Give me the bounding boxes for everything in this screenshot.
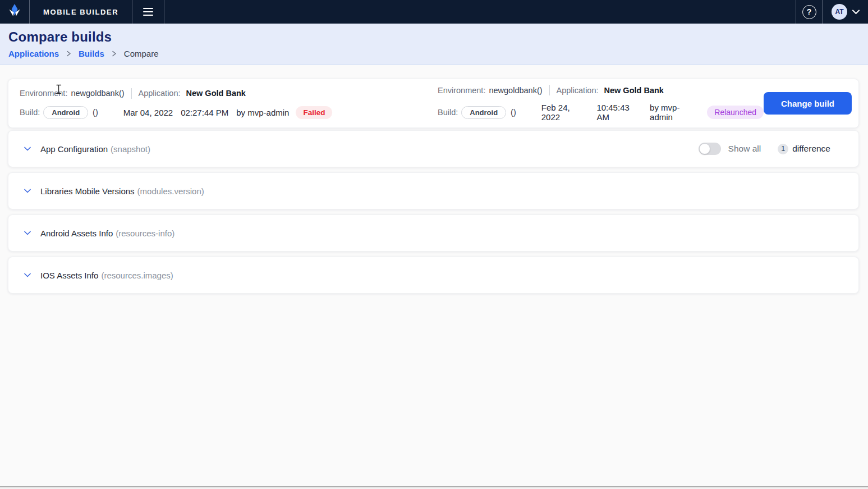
section-subtitle: (resources-info) bbox=[116, 228, 174, 238]
chevron-down-icon[interactable] bbox=[22, 143, 33, 154]
build-info-left: Environment: newgoldbank() Application: … bbox=[20, 88, 438, 119]
build-version: () bbox=[511, 108, 516, 117]
chevron-down-icon[interactable] bbox=[852, 9, 860, 15]
section-subtitle: (resources.images) bbox=[101, 271, 173, 280]
environment-value: newgoldbank() bbox=[489, 86, 542, 95]
difference-indicator: 1 difference bbox=[778, 144, 830, 154]
breadcrumb-compare: Compare bbox=[124, 49, 159, 58]
platform-badge: Android bbox=[43, 106, 88, 119]
section-ios-assets-info[interactable]: IOS Assets Info (resources.images) bbox=[8, 257, 859, 294]
application-label: Application: bbox=[139, 89, 181, 98]
status-badge-relaunched: Relaunched bbox=[707, 106, 764, 119]
section-subtitle: (snapshot) bbox=[111, 144, 150, 154]
breadcrumb-builds[interactable]: Builds bbox=[79, 49, 104, 58]
show-all-toggle[interactable] bbox=[699, 143, 721, 155]
toggle-knob[interactable] bbox=[699, 143, 710, 154]
section-title: App Configuration bbox=[40, 144, 108, 154]
breadcrumb: Applications Builds Compare bbox=[8, 49, 860, 58]
page-title: Compare builds bbox=[8, 29, 860, 45]
build-time: 02:27:44 PM bbox=[181, 108, 228, 117]
logo-icon bbox=[7, 3, 22, 20]
show-all-label: Show all bbox=[728, 144, 761, 154]
platform-badge: Android bbox=[461, 106, 506, 119]
application-value: New Gold Bank bbox=[604, 86, 664, 95]
window-bottom-edge bbox=[0, 486, 868, 489]
section-libraries-mobile-versions[interactable]: Libraries Mobile Versions (modules.versi… bbox=[8, 172, 859, 209]
hamburger-menu-icon[interactable] bbox=[132, 0, 164, 24]
build-info-right: Environment: newgoldbank() Application: … bbox=[438, 85, 764, 122]
build-author: by mvp-admin bbox=[650, 103, 700, 122]
user-menu[interactable]: AT bbox=[823, 0, 868, 24]
environment-label: Environment: bbox=[438, 86, 485, 95]
section-title: Android Assets Info bbox=[40, 228, 113, 238]
build-time: 10:45:43 AM bbox=[596, 103, 642, 122]
change-build-button[interactable]: Change build bbox=[764, 92, 852, 115]
chevron-down-icon[interactable] bbox=[22, 185, 33, 196]
build-version: () bbox=[93, 108, 98, 117]
environment-label: Environment: bbox=[20, 89, 67, 98]
environment-value: newgoldbank() bbox=[71, 89, 124, 98]
section-app-configuration[interactable]: App Configuration (snapshot) Show all 1 … bbox=[8, 130, 859, 167]
build-detail-row: Build: Android () Feb 24, 2022 10:45:43 … bbox=[438, 103, 764, 122]
divider bbox=[131, 88, 132, 99]
build-author: by mvp-admin bbox=[236, 108, 289, 117]
chevron-right-icon bbox=[66, 51, 72, 57]
compare-summary-card: Environment: newgoldbank() Application: … bbox=[8, 79, 859, 128]
chevron-down-icon[interactable] bbox=[22, 269, 33, 281]
section-android-assets-info[interactable]: Android Assets Info (resources-info) bbox=[8, 214, 859, 252]
top-navbar: MOBILE BUILDER ? AT bbox=[0, 0, 868, 24]
difference-count-badge: 1 bbox=[778, 144, 788, 154]
build-label: Build: bbox=[20, 108, 40, 117]
app-logo[interactable] bbox=[0, 0, 29, 24]
help-icon: ? bbox=[802, 5, 816, 19]
brand-title: MOBILE BUILDER bbox=[30, 0, 132, 24]
build-env-row: Environment: newgoldbank() Application: … bbox=[20, 88, 438, 99]
build-detail-row: Build: Android () Mar 04, 2022 02:27:44 … bbox=[20, 106, 438, 119]
application-value: New Gold Bank bbox=[186, 89, 246, 98]
chevron-down-icon[interactable] bbox=[22, 227, 33, 239]
status-badge-failed: Failed bbox=[296, 106, 332, 119]
breadcrumb-applications[interactable]: Applications bbox=[8, 49, 59, 58]
divider bbox=[549, 85, 550, 95]
chevron-right-icon bbox=[111, 51, 117, 57]
section-subtitle: (modules.version) bbox=[137, 186, 204, 196]
navbar-spacer bbox=[164, 0, 796, 24]
build-label: Build: bbox=[438, 108, 458, 117]
page-header: Compare builds Applications Builds Compa… bbox=[0, 24, 868, 65]
build-env-row: Environment: newgoldbank() Application: … bbox=[438, 85, 764, 95]
build-date: Feb 24, 2022 bbox=[541, 103, 589, 122]
section-title: Libraries Mobile Versions bbox=[40, 186, 135, 196]
main-content: Environment: newgoldbank() Application: … bbox=[0, 65, 868, 294]
application-label: Application: bbox=[557, 86, 599, 95]
section-title: IOS Assets Info bbox=[40, 271, 98, 280]
avatar[interactable]: AT bbox=[832, 4, 847, 20]
build-date: Mar 04, 2022 bbox=[123, 108, 173, 117]
difference-label: difference bbox=[792, 144, 830, 154]
help-button[interactable]: ? bbox=[796, 0, 822, 24]
